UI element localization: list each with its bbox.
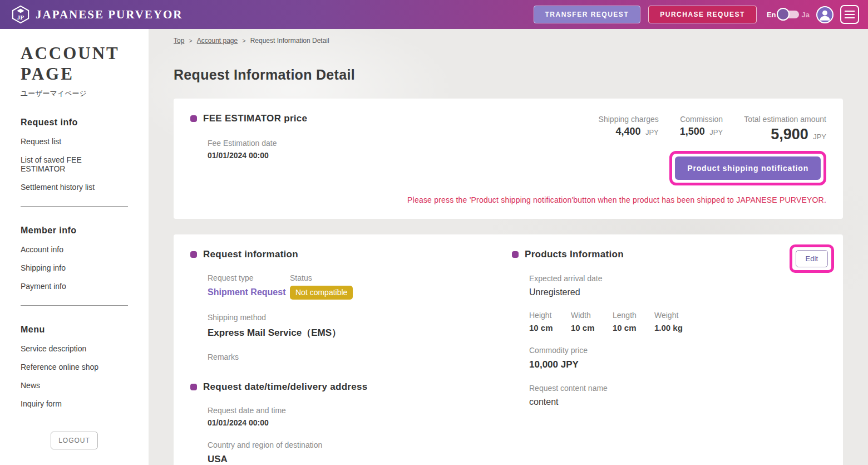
sidebar-item-reference-online-shop[interactable]: Reference online shop [21, 363, 128, 371]
logout-button[interactable]: LOGOUT [51, 432, 98, 449]
height-value: 10 cm [529, 323, 571, 332]
main-content: Top > Account page > Request Information… [149, 29, 868, 465]
commodity-price-label: Commodity price [529, 346, 826, 355]
weight-label: Weight [654, 311, 696, 320]
width-value: 10 cm [571, 323, 613, 332]
highlight-ring: Edit [790, 244, 834, 273]
highlight-ring: Product shipping notification [669, 151, 826, 185]
product-shipping-notification-button[interactable]: Product shipping notification [675, 156, 821, 180]
sidebar-item-service-description[interactable]: Service description [21, 344, 128, 353]
remarks-label: Remarks [208, 353, 512, 361]
section-bullet-icon [512, 251, 519, 258]
sidebar-divider [21, 305, 128, 306]
shipping-charges-unit: JPY [645, 128, 659, 136]
brand-home-link[interactable]: JP JAPANESE PURVEYOR [11, 5, 183, 24]
brand-logo-icon: JP [11, 5, 30, 24]
fee-date-label: Fee Estimation date [208, 139, 307, 148]
products-information-heading: Products Information [525, 249, 624, 260]
sidebar-subtitle: ユーザーマイページ [21, 89, 128, 99]
length-label: Length [613, 311, 654, 320]
width-label: Width [571, 311, 613, 320]
section-bullet-icon [190, 384, 197, 390]
status-label: Status [290, 273, 353, 282]
sidebar: ACCOUNT PAGE ユーザーマイページ Request info Requ… [0, 29, 149, 465]
sidebar-item-news[interactable]: News [21, 381, 128, 390]
request-type-value: Shipment Request [208, 287, 290, 297]
height-label: Height [529, 311, 571, 320]
shipping-method-value: Express Mail Service（EMS） [208, 326, 512, 339]
language-toggle[interactable]: En Ja [767, 11, 810, 19]
fee-estimator-card: FEE ESTIMATOR price Fee Estimation date … [174, 99, 843, 219]
sidebar-item-settlement-history[interactable]: Settlement history list [21, 183, 128, 192]
datetime-address-heading: Request date/time/delivery address [203, 381, 368, 393]
shipping-charges-label: Shipping charges [599, 115, 659, 124]
request-info-heading: Request information [203, 249, 298, 260]
fee-date-value: 01/01/2024 00:00 [208, 151, 307, 160]
brand-name: JAPANESE PURVEYOR [36, 8, 183, 22]
language-toggle-switch[interactable] [779, 11, 799, 18]
request-information-card: Edit Request information Request type Sh… [174, 234, 843, 465]
fee-card-heading: FEE ESTIMATOR price [203, 113, 307, 124]
destination-country-label: Country and region of destination [208, 440, 512, 449]
request-type-label: Request type [208, 273, 290, 282]
sidebar-heading-member-info: Member info [21, 226, 128, 236]
status-badge: Not compatible [290, 286, 353, 300]
request-date-value: 01/01/2024 00:00 [208, 418, 512, 427]
commission-label: Commission [680, 115, 723, 124]
section-bullet-icon [190, 251, 197, 258]
shipping-method-label: Shipping method [208, 313, 512, 322]
sidebar-title: ACCOUNT PAGE [21, 43, 128, 84]
expected-arrival-value: Unregistered [529, 287, 826, 297]
transfer-request-button[interactable]: TRANSFER REQUEST [534, 6, 641, 23]
breadcrumb-current: Request Information Detail [250, 37, 329, 45]
breadcrumb-top-link[interactable]: Top [174, 37, 184, 45]
breadcrumb: Top > Account page > Request Information… [174, 37, 843, 45]
svg-text:JP: JP [17, 14, 24, 21]
section-bullet-icon [190, 115, 197, 122]
page-title: Request Information Detail [174, 67, 843, 83]
sidebar-item-inquiry-form[interactable]: Inquiry form [21, 399, 128, 408]
breadcrumb-separator: > [242, 37, 245, 44]
purchase-request-button[interactable]: PURCHASE REQUEST [648, 6, 757, 23]
edit-products-button[interactable]: Edit [796, 250, 828, 267]
commodity-price-value: 10,000 JPY [529, 359, 826, 370]
sidebar-item-saved-fee-estimator[interactable]: List of saved FEE ESTIMATOR [21, 155, 128, 173]
shipping-charges-value: 4,400 [615, 126, 640, 137]
total-estimation-label: Total estimation amount [744, 115, 826, 124]
app-header: JP JAPANESE PURVEYOR TRANSFER REQUEST PU… [0, 0, 868, 29]
user-avatar-icon[interactable] [816, 6, 834, 23]
sidebar-item-request-list[interactable]: Request list [21, 137, 128, 146]
shipping-notice-text: Please press the 'Product shipping notif… [190, 195, 826, 204]
charges-summary: Shipping charges 4,400 JPY Commission 1,… [599, 115, 826, 143]
request-date-label: Request date and time [208, 406, 512, 415]
destination-country-value: USA [208, 454, 512, 465]
commission-value: 1,500 [680, 126, 705, 137]
weight-value: 1.00 kg [654, 323, 696, 332]
sidebar-item-account-info[interactable]: Account info [21, 245, 128, 254]
sidebar-divider [21, 206, 128, 207]
total-estimation-value: 5,900 [771, 126, 808, 143]
sidebar-item-payment-info[interactable]: Payment info [21, 282, 128, 291]
lang-ja-label: Ja [802, 11, 810, 19]
commission-unit: JPY [709, 128, 723, 136]
breadcrumb-separator: > [189, 37, 192, 44]
request-content-name-value: content [529, 397, 826, 407]
lang-en-label: En [767, 11, 776, 19]
expected-arrival-label: Expected arrival date [529, 274, 826, 283]
dimensions-row: Height 10 cm Width 10 cm Length 10 cm [529, 311, 826, 332]
sidebar-heading-menu: Menu [21, 325, 128, 335]
sidebar-item-shipping-info[interactable]: Shipping info [21, 263, 128, 272]
total-estimation-unit: JPY [813, 133, 826, 141]
breadcrumb-account-page-link[interactable]: Account page [197, 37, 238, 45]
toggle-knob [777, 8, 790, 21]
length-value: 10 cm [613, 323, 654, 332]
request-content-name-label: Request content name [529, 384, 826, 393]
sidebar-heading-request-info: Request info [21, 118, 128, 128]
menu-hamburger-icon[interactable] [840, 5, 859, 24]
